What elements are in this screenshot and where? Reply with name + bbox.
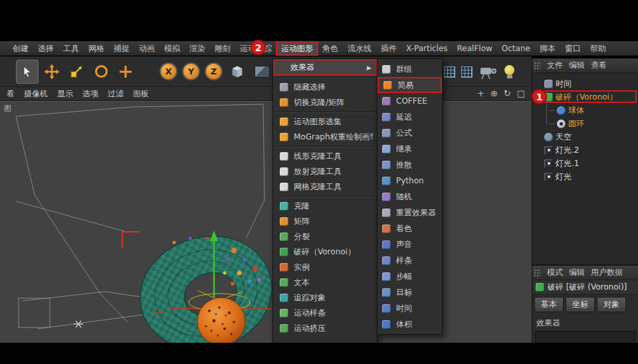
menu-octane[interactable]: Octane (497, 42, 535, 55)
menu-mograph[interactable]: 运动图形 (276, 42, 318, 55)
menu-item-hide-selection[interactable]: 隐藏选择 (273, 80, 377, 95)
menu-item-tracer[interactable]: 追踪对象 (273, 290, 377, 306)
object-light-2[interactable]: 灯光.2 (532, 143, 638, 157)
menu-mesh[interactable]: 网格 (84, 42, 109, 55)
menu-x-particles[interactable]: X-Particles (401, 42, 453, 55)
viewport-menu-filter[interactable]: 过滤 (103, 87, 128, 100)
object-sky[interactable]: 天空 (532, 130, 638, 143)
rotate-view-icon[interactable]: ↻ (504, 87, 511, 100)
submenu-item-coffee-effector[interactable]: COFFEE (377, 93, 442, 109)
viewport-canvas[interactable] (0, 102, 532, 343)
menu-item-instance[interactable]: 实例 (273, 260, 377, 275)
menu-pipeline[interactable]: 流水线 (343, 42, 376, 55)
menu-item-mospline[interactable]: 运动样条 (273, 306, 377, 321)
menu-item-grid-clone-tool[interactable]: 网格克隆工具 (273, 179, 377, 195)
menu-select[interactable]: 选择 (33, 42, 58, 55)
submenu-item-target-effector[interactable]: 目标 (377, 284, 442, 300)
submenu-item-formula-effector[interactable]: 公式 (377, 125, 442, 141)
scale-tool[interactable] (65, 60, 88, 84)
last-used-tool[interactable] (114, 60, 137, 84)
menu-item-mograph-selection[interactable]: 运动图形选集 (273, 114, 377, 130)
viewport-menu-options[interactable]: 选项 (78, 87, 103, 100)
submenu-item-python-effector[interactable]: Python (377, 173, 442, 189)
viewport[interactable]: 图 (0, 101, 532, 343)
menu-item-cloner[interactable]: 克隆 (273, 199, 377, 214)
om-menu-view[interactable]: 查看 (591, 60, 607, 71)
menu-item-radial-clone-tool[interactable]: 放射克隆工具 (273, 164, 377, 179)
viewport-menu-panel[interactable]: 面板 (128, 87, 154, 100)
menu-item-effectors[interactable]: 效果器 ▶ (273, 59, 377, 76)
menu-item-matrix[interactable]: 矩阵 (273, 214, 377, 229)
menu-realflow[interactable]: RealFlow (453, 42, 497, 55)
menu-character[interactable]: 角色 (318, 42, 343, 55)
axis-y-button[interactable]: Y (182, 62, 200, 80)
menu-help[interactable]: 帮助 (585, 42, 611, 55)
tab-object[interactable]: 对象 (597, 297, 626, 312)
submenu-item-time-effector[interactable]: 时间 (377, 300, 442, 316)
submenu-item-push-apart-effector[interactable]: 推散 (377, 157, 442, 173)
viewport-menu-cameras[interactable]: 摄像机 (19, 87, 53, 100)
submenu-item-step-effector[interactable]: 步幅 (377, 268, 442, 284)
menu-item-label: 效果器 (290, 62, 314, 73)
object-time[interactable]: 时间 (532, 77, 638, 90)
submenu-item-group-effector[interactable]: 群组 (377, 61, 442, 77)
om-menu-edit[interactable]: 编辑 (569, 60, 585, 71)
live-selection-tool[interactable] (16, 60, 39, 84)
am-menu-userdata[interactable]: 用户数据 (591, 267, 623, 278)
object-light-1[interactable]: 灯光.1 (532, 157, 638, 170)
menu-animate[interactable]: 动画 (134, 42, 160, 55)
object-light[interactable]: 灯光 (532, 170, 638, 183)
menu-create[interactable]: 创建 (8, 42, 33, 55)
viewport-menu-view[interactable]: 看 (2, 87, 19, 100)
am-menu-mode[interactable]: 模式 (547, 267, 563, 278)
menu-window[interactable]: 窗口 (560, 42, 585, 55)
menu-tools[interactable]: 工具 (58, 42, 84, 55)
array-grid-icon[interactable] (444, 66, 455, 78)
object-voronoi-fracture[interactable]: 破碎（Voronoi） (532, 90, 638, 104)
axis-x-button[interactable]: X (160, 62, 177, 80)
menu-item-weight-brush[interactable]: MoGraph权重绘制画笔 (273, 130, 377, 145)
menu-plugins[interactable]: 插件 (376, 42, 401, 55)
menu-sculpt[interactable]: 雕刻 (210, 42, 235, 55)
toggle-view-icon[interactable]: □ (517, 87, 525, 100)
menu-item-swap-cloner-matrix[interactable]: 切换克隆/矩阵 (273, 95, 377, 110)
menu-item-voronoi-fracture[interactable]: 破碎（Voronoi） (273, 244, 377, 260)
object-label: 灯光.1 (556, 158, 579, 169)
menu-item-moextrude[interactable]: 运动挤压 (273, 321, 377, 336)
object-sphere[interactable]: 球体 (532, 104, 638, 117)
viewport-menu-display[interactable]: 显示 (53, 87, 78, 100)
menu-render[interactable]: 渲染 (185, 42, 210, 55)
submenu-item-inheritance-effector[interactable]: 继承 (377, 141, 442, 157)
move-tool[interactable] (41, 60, 63, 84)
pan-view-icon[interactable]: + (477, 87, 484, 100)
om-menu-file[interactable]: 文件 (547, 60, 563, 71)
tab-basic[interactable]: 基本 (534, 297, 564, 312)
menu-script[interactable]: 脚本 (535, 42, 560, 55)
menu-item-linear-clone-tool[interactable]: 线形克隆工具 (273, 149, 377, 164)
submenu-item-reeffector[interactable]: 重置效果器 (377, 205, 442, 221)
render-view-button[interactable] (251, 60, 273, 84)
submenu-item-sound-effector[interactable]: 声音 (377, 236, 442, 252)
coordinate-system-button[interactable] (226, 60, 249, 84)
submenu-item-random-effector[interactable]: 随机 (377, 189, 442, 205)
menu-item-text[interactable]: 文本 (273, 275, 377, 290)
am-menu-edit[interactable]: 编辑 (569, 267, 585, 278)
submenu-item-volume-effector[interactable]: 体积 (377, 316, 442, 332)
menu-item-fracture[interactable]: 分裂 (273, 229, 377, 244)
camera-icon[interactable] (478, 64, 498, 80)
light-object-icon (544, 159, 553, 168)
submenu-item-label: 目标 (396, 287, 412, 298)
array-grid-icon-2[interactable] (461, 66, 473, 78)
menu-snap[interactable]: 捕捉 (109, 42, 134, 55)
zoom-view-icon[interactable]: ⊕ (490, 87, 498, 100)
rotate-tool[interactable] (90, 60, 112, 84)
submenu-item-spline-effector[interactable]: 样条 (377, 252, 442, 268)
menu-simulate[interactable]: 模拟 (160, 42, 185, 55)
axis-z-button[interactable]: Z (205, 62, 223, 80)
submenu-item-delay-effector[interactable]: 延迟 (377, 109, 442, 125)
light-bulb-icon[interactable] (504, 65, 514, 78)
object-torus[interactable]: 圆环 (532, 117, 638, 130)
submenu-item-shader-effector[interactable]: 着色 (377, 221, 442, 236)
tab-coord[interactable]: 坐标 (566, 297, 595, 312)
submenu-item-plain-effector[interactable]: 简易 (377, 77, 442, 93)
